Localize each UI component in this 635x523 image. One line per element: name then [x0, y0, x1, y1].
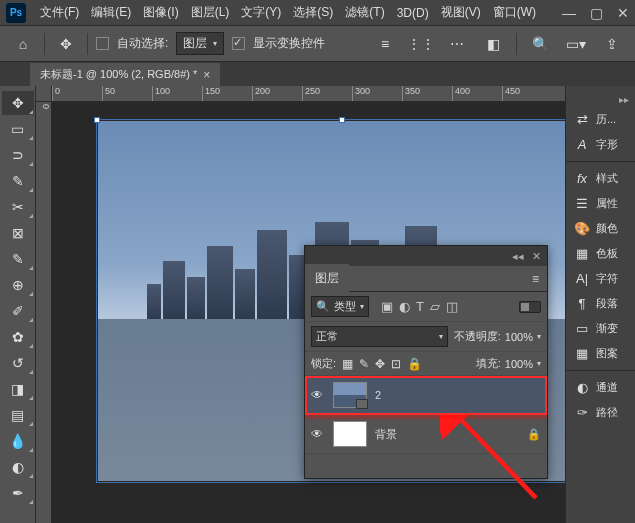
- eyedropper-tool[interactable]: ✎: [2, 247, 34, 271]
- distribute-icon[interactable]: ⋮⋮: [408, 31, 434, 57]
- options-bar: ⌂ ✥ 自动选择: 图层▾ 显示变换控件 ≡ ⋮⋮ ⋯ ◧ 🔍 ▭▾ ⇪: [0, 26, 635, 62]
- panel-swatches[interactable]: ▦色板: [566, 241, 635, 266]
- filter-type-icon[interactable]: T: [416, 299, 424, 314]
- lock-icon: 🔒: [527, 428, 541, 441]
- layers-panel[interactable]: ◂◂ ✕ 图层 ≡ 🔍 类型 ▾ ▣ ◐ T ▱ ◫ 正常▾ 不透明度: 100…: [304, 245, 548, 479]
- ruler-horizontal: 050100150200250300350400450: [52, 86, 565, 102]
- close-panel-icon[interactable]: ✕: [532, 250, 541, 263]
- eraser-tool[interactable]: ◨: [2, 377, 34, 401]
- visibility-icon[interactable]: 👁: [311, 388, 325, 402]
- workspace-icon[interactable]: ▭▾: [563, 31, 589, 57]
- stamp-tool[interactable]: ✿: [2, 325, 34, 349]
- panel-character[interactable]: A|字符: [566, 266, 635, 291]
- menu-layer[interactable]: 图层(L): [185, 0, 236, 25]
- close-tab-icon[interactable]: ×: [203, 68, 210, 82]
- visibility-icon[interactable]: 👁: [311, 427, 325, 441]
- 3d-mode-icon[interactable]: ◧: [480, 31, 506, 57]
- more-icon[interactable]: ⋯: [444, 31, 470, 57]
- align-icon[interactable]: ≡: [372, 31, 398, 57]
- share-icon[interactable]: ⇪: [599, 31, 625, 57]
- panel-titlebar[interactable]: ◂◂ ✕: [305, 246, 547, 266]
- panel-patterns[interactable]: ▦图案: [566, 341, 635, 366]
- auto-select-label: 自动选择:: [117, 35, 168, 52]
- panel-glyphs[interactable]: A字形: [566, 132, 635, 157]
- menu-file[interactable]: 文件(F): [34, 0, 85, 25]
- move-tool[interactable]: ✥: [2, 91, 34, 115]
- panel-color[interactable]: 🎨颜色: [566, 216, 635, 241]
- auto-select-target[interactable]: 图层▾: [176, 32, 224, 55]
- menu-filter[interactable]: 滤镜(T): [339, 0, 390, 25]
- layer-thumbnail[interactable]: [333, 382, 367, 408]
- filter-adjust-icon[interactable]: ◐: [399, 299, 410, 314]
- healing-tool[interactable]: ⊕: [2, 273, 34, 297]
- collapse-panel-icon[interactable]: ◂◂: [512, 250, 524, 263]
- filter-smart-icon[interactable]: ◫: [446, 299, 458, 314]
- blur-tool[interactable]: 💧: [2, 429, 34, 453]
- menu-edit[interactable]: 编辑(E): [85, 0, 137, 25]
- character-icon: A|: [574, 271, 590, 286]
- document-tab[interactable]: 未标题-1 @ 100% (2, RGB/8#) * ×: [30, 63, 220, 86]
- filter-pixel-icon[interactable]: ▣: [381, 299, 393, 314]
- tools-panel: ✥ ▭ ⊃ ✎ ✂ ⊠ ✎ ⊕ ✐ ✿ ↺ ◨ ▤ 💧 ◐ ✒: [0, 86, 36, 523]
- panel-menu-icon[interactable]: ≡: [524, 272, 547, 286]
- filter-toggle[interactable]: [519, 301, 541, 313]
- layer-filter-type[interactable]: 🔍 类型 ▾: [311, 296, 369, 317]
- gradient-icon: ▭: [574, 321, 590, 336]
- menu-type[interactable]: 文字(Y): [235, 0, 287, 25]
- pattern-icon: ▦: [574, 346, 590, 361]
- filter-shape-icon[interactable]: ▱: [430, 299, 440, 314]
- history-icon: ⇄: [574, 112, 590, 127]
- blend-mode-select[interactable]: 正常▾: [311, 326, 448, 347]
- panel-channels[interactable]: ◐通道: [566, 375, 635, 400]
- channels-icon: ◐: [574, 380, 590, 395]
- menu-window[interactable]: 窗口(W): [487, 0, 542, 25]
- lock-transparency-icon[interactable]: ▦: [342, 357, 353, 371]
- layer-row[interactable]: 👁 背景 🔒: [305, 415, 547, 454]
- minimize-icon[interactable]: —: [562, 5, 576, 21]
- panel-history[interactable]: ⇄历...: [566, 107, 635, 132]
- maximize-icon[interactable]: ▢: [590, 5, 603, 21]
- pen-tool[interactable]: ✒: [2, 481, 34, 505]
- lock-artboard-icon[interactable]: ⊡: [391, 357, 401, 371]
- lock-position-icon[interactable]: ✥: [375, 357, 385, 371]
- panel-paths[interactable]: ✑路径: [566, 400, 635, 425]
- search-icon: 🔍: [316, 300, 330, 313]
- layer-row-selected[interactable]: 👁 2: [305, 376, 547, 415]
- move-tool-icon[interactable]: ✥: [53, 31, 79, 57]
- collapse-icon[interactable]: ▸▸: [566, 92, 635, 107]
- dodge-tool[interactable]: ◐: [2, 455, 34, 479]
- menu-view[interactable]: 视图(V): [435, 0, 487, 25]
- gradient-tool[interactable]: ▤: [2, 403, 34, 427]
- frame-tool[interactable]: ⊠: [2, 221, 34, 245]
- close-icon[interactable]: ✕: [617, 5, 629, 21]
- quick-select-tool[interactable]: ✎: [2, 169, 34, 193]
- panel-properties[interactable]: ☰属性: [566, 191, 635, 216]
- marquee-tool[interactable]: ▭: [2, 117, 34, 141]
- panel-styles[interactable]: fx样式: [566, 166, 635, 191]
- panel-paragraph[interactable]: ¶段落: [566, 291, 635, 316]
- menu-image[interactable]: 图像(I): [137, 0, 184, 25]
- brush-tool[interactable]: ✐: [2, 299, 34, 323]
- lock-pixels-icon[interactable]: ✎: [359, 357, 369, 371]
- glyphs-icon: A: [574, 137, 590, 152]
- layer-thumbnail[interactable]: [333, 421, 367, 447]
- opacity-value[interactable]: 100%: [505, 331, 533, 343]
- auto-select-checkbox[interactable]: [96, 37, 109, 50]
- opacity-label: 不透明度:: [454, 329, 501, 344]
- smart-object-icon: [356, 399, 368, 409]
- lock-all-icon[interactable]: 🔒: [407, 357, 422, 371]
- lasso-tool[interactable]: ⊃: [2, 143, 34, 167]
- show-transform-checkbox[interactable]: [232, 37, 245, 50]
- ruler-vertical: 0: [36, 102, 52, 523]
- layer-name[interactable]: 背景: [375, 427, 397, 442]
- fill-value[interactable]: 100%: [505, 358, 533, 370]
- search-icon[interactable]: 🔍: [527, 31, 553, 57]
- home-icon[interactable]: ⌂: [10, 31, 36, 57]
- menu-3d[interactable]: 3D(D): [391, 2, 435, 24]
- layers-tab[interactable]: 图层: [305, 264, 349, 293]
- crop-tool[interactable]: ✂: [2, 195, 34, 219]
- layer-name[interactable]: 2: [375, 389, 381, 401]
- panel-gradients[interactable]: ▭渐变: [566, 316, 635, 341]
- history-brush-tool[interactable]: ↺: [2, 351, 34, 375]
- menu-select[interactable]: 选择(S): [287, 0, 339, 25]
